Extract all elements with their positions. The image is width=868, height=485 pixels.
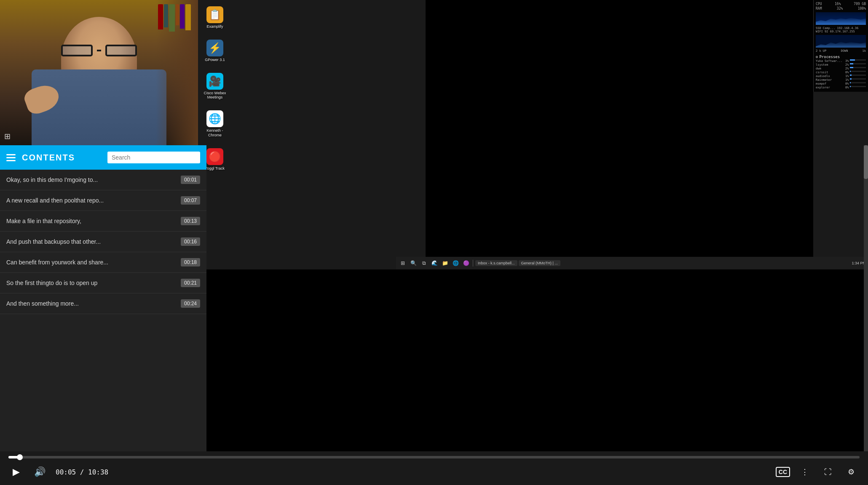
scroll-indicator[interactable] bbox=[864, 145, 868, 451]
desktop-icon-webex[interactable]: 🎥 Cisco Webex Meetings bbox=[198, 71, 232, 102]
volume-button[interactable]: 🔊 bbox=[32, 464, 47, 480]
teams-icon[interactable]: 🟣 bbox=[461, 258, 471, 268]
contents-list[interactable]: Okay, so in this demo I'mgoing to... 00:… bbox=[0, 170, 206, 451]
content-item-time: 00:13 bbox=[181, 217, 200, 225]
chrome-icon: 🌐 bbox=[206, 110, 223, 127]
content-item-text: And push that backupso that other... bbox=[6, 238, 177, 245]
examplify-icon: 📋 bbox=[206, 6, 223, 23]
screen-content bbox=[426, 0, 813, 257]
processes-header: ⚙ Processes bbox=[816, 55, 866, 59]
toggl-label: Toggl Track bbox=[205, 166, 225, 171]
controls-row: ▶ 🔊 00:05 / 10:38 CC ⋮ ⛶ ⚙ bbox=[8, 464, 860, 480]
network-stats: 2 k UP DOWN 1k bbox=[816, 49, 866, 53]
process-row: dwm 2% bbox=[816, 67, 866, 70]
taskbar-inbox-button[interactable]: Inbox - k.s.campbell... bbox=[475, 260, 517, 266]
process-row: Rainmeter 1% bbox=[816, 78, 866, 82]
cpu-graph-line bbox=[816, 17, 866, 25]
network-graph bbox=[816, 35, 866, 48]
ram-value: 32% bbox=[837, 7, 843, 11]
settings-button[interactable]: ⚙ bbox=[843, 464, 860, 480]
webex-icon: 🎥 bbox=[206, 73, 223, 90]
cpu-row: CPU 16% 709 GB bbox=[816, 2, 866, 6]
content-item[interactable]: And push that backupso that other... 00:… bbox=[0, 232, 206, 252]
content-item-text: Okay, so in this demo I'mgoing to... bbox=[6, 176, 177, 183]
contents-header: CONTENTS bbox=[0, 145, 206, 170]
taskbar: ⊞ 🔍 ⧉ 🌊 📁 🌐 🟣 Inbox - k.s.campbell... Ge… bbox=[396, 257, 868, 269]
video-player: ⊞ bbox=[0, 0, 198, 145]
content-item-text: Can benefit from yourwork and share... bbox=[6, 259, 177, 266]
contents-panel: CONTENTS Okay, so in this demo I'mgoing … bbox=[0, 145, 206, 451]
video-controls: ▶ 🔊 00:05 / 10:38 CC ⋮ ⛶ ⚙ bbox=[0, 451, 868, 485]
video-content bbox=[0, 0, 198, 145]
chrome-taskbar[interactable]: 🌐 bbox=[451, 258, 460, 268]
content-item-text: So the first thingto do is to open up bbox=[6, 280, 177, 286]
edge-icon[interactable]: 🌊 bbox=[430, 258, 439, 268]
fullscreen-button[interactable]: ⛶ bbox=[820, 464, 836, 480]
ram-row: RAM 32% 100% bbox=[816, 7, 866, 11]
content-item[interactable]: A new recall and then poolthat repo... 0… bbox=[0, 190, 206, 211]
contents-title: CONTENTS bbox=[22, 153, 101, 163]
progress-bar[interactable] bbox=[8, 456, 860, 458]
process-row: lsystem 2% bbox=[816, 63, 866, 67]
desktop-area: 📋 Examplify ⚡ GPower 3.1 🎥 Cisco Webex M… bbox=[198, 0, 868, 269]
process-row: msmpof 0% bbox=[816, 82, 866, 85]
content-item[interactable]: Make a file in that repository, 00:13 bbox=[0, 211, 206, 232]
processes-list: Yuka Softwar... 3% lsystem 2% dwm 2% csr… bbox=[816, 59, 866, 89]
chapters-button[interactable]: ⋮ bbox=[796, 464, 813, 480]
chrome-label: Kenneth - Chrome bbox=[200, 128, 230, 138]
hamburger-icon[interactable] bbox=[6, 154, 16, 161]
process-row: csrssit 0% bbox=[816, 71, 866, 74]
cpu-value: 16% bbox=[835, 2, 841, 6]
gear-icon: ⚙ bbox=[816, 55, 818, 59]
content-item[interactable]: So the first thingto do is to open up 00… bbox=[0, 273, 206, 293]
file-explorer[interactable]: 📁 bbox=[440, 258, 450, 268]
taskbar-separator bbox=[473, 260, 473, 266]
content-item[interactable]: Can benefit from yourwork and share... 0… bbox=[0, 252, 206, 273]
content-item-text: Make a file in that repository, bbox=[6, 218, 177, 224]
storage-label: 709 GB bbox=[854, 2, 866, 6]
examplify-label: Examplify bbox=[206, 24, 223, 29]
video-overlay-icon: ⊞ bbox=[4, 132, 11, 141]
taskbar-general-button[interactable]: General (MMoTH) | ... bbox=[519, 260, 560, 266]
right-controls: CC ⋮ ⛶ ⚙ bbox=[776, 464, 860, 480]
desktop-icon-gpower[interactable]: ⚡ GPower 3.1 bbox=[198, 37, 232, 64]
desktop-icon-chrome[interactable]: 🌐 Kenneth - Chrome bbox=[198, 108, 232, 140]
cc-button[interactable]: CC bbox=[776, 467, 790, 477]
content-item-time: 00:24 bbox=[181, 299, 200, 308]
gpower-label: GPower 3.1 bbox=[205, 58, 225, 62]
content-item[interactable]: And then something more... 00:24 bbox=[0, 293, 206, 314]
time-display: 00:05 / 10:38 bbox=[56, 468, 108, 476]
scroll-thumb bbox=[864, 145, 868, 179]
network-graph-up bbox=[816, 41, 866, 48]
search-input[interactable] bbox=[107, 152, 200, 163]
start-button[interactable]: ⊞ bbox=[398, 258, 407, 268]
gpower-icon: ⚡ bbox=[206, 40, 223, 56]
toggl-icon: 🔴 bbox=[206, 148, 223, 165]
content-item-time: 00:21 bbox=[181, 279, 200, 287]
content-item-time: 00:07 bbox=[181, 196, 200, 205]
system-monitor: CPU 16% 709 GB RAM 32% 100% SSD Camp... … bbox=[813, 0, 868, 92]
task-view[interactable]: ⧉ bbox=[419, 258, 429, 268]
content-item-text: A new recall and then poolthat repo... bbox=[6, 197, 177, 204]
content-item-time: 00:16 bbox=[181, 237, 200, 246]
ram-label: RAM bbox=[816, 7, 822, 11]
process-row: audiodlx 1% bbox=[816, 75, 866, 78]
cpu-label: CPU bbox=[816, 2, 822, 6]
storage-value: 100% bbox=[858, 7, 866, 11]
cpu-graph bbox=[816, 12, 866, 25]
content-item[interactable]: Okay, so in this demo I'mgoing to... 00:… bbox=[0, 170, 206, 190]
desktop-icon-examplify[interactable]: 📋 Examplify bbox=[198, 4, 232, 31]
content-item-time: 00:18 bbox=[181, 258, 200, 266]
webex-label: Cisco Webex Meetings bbox=[200, 91, 230, 100]
search-taskbar[interactable]: 🔍 bbox=[409, 258, 418, 268]
content-item-time: 00:01 bbox=[181, 176, 200, 184]
content-item-text: And then something more... bbox=[6, 300, 177, 307]
play-button[interactable]: ▶ bbox=[8, 464, 24, 480]
network-info: SSD Camp... 192.168.4.36 WIFI 92 69.174.… bbox=[816, 27, 866, 33]
progress-dot bbox=[17, 454, 23, 460]
process-row: Yuka Softwar... 3% bbox=[816, 59, 866, 63]
process-row: explorer 0% bbox=[816, 86, 866, 89]
